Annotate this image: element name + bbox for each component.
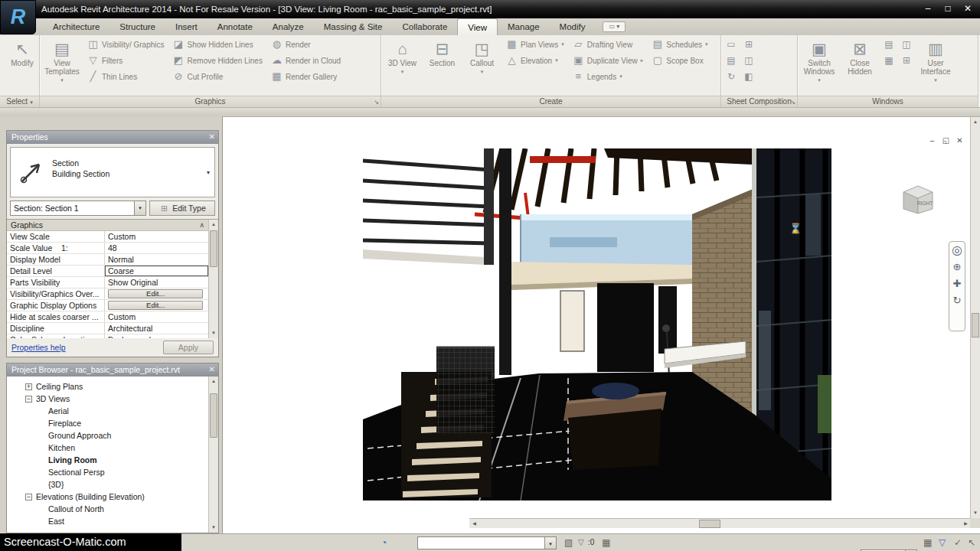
callout-button[interactable]: ◳Callout▾ xyxy=(463,37,501,94)
elevation-button[interactable]: △Elevation▾ xyxy=(503,53,567,68)
close-icon[interactable]: ✕ xyxy=(209,365,215,373)
collapse-chevron-icon[interactable]: ∧ xyxy=(199,220,204,230)
browser-scrollbar[interactable]: ▲ ▼ xyxy=(208,377,218,533)
property-value[interactable]: Custom xyxy=(105,231,208,242)
panel-label-select[interactable]: Select▾ xyxy=(0,96,39,107)
tree-item[interactable]: Sectional Persp xyxy=(7,466,208,478)
remove-hidden-lines-button[interactable]: ◩Remove Hidden Lines xyxy=(170,53,266,68)
scroll-down-icon[interactable]: ▼ xyxy=(971,508,980,518)
tab-modify[interactable]: Modify xyxy=(550,18,596,35)
maximize-button[interactable]: □ xyxy=(939,0,957,18)
tree-item[interactable]: Living Room xyxy=(7,454,208,466)
scroll-up-icon[interactable]: ▲ xyxy=(971,117,980,127)
view-minimize-icon[interactable]: – xyxy=(927,135,937,145)
panel-label-graphics[interactable]: Graphics↘ xyxy=(40,96,381,107)
render-in-cloud-button[interactable]: ☁Render in Cloud xyxy=(268,53,344,68)
scroll-down-icon[interactable]: ▼ xyxy=(209,328,218,338)
orbit-icon[interactable]: ↻ xyxy=(953,295,962,306)
revisions-button[interactable]: ↻ xyxy=(724,69,739,84)
tab-view[interactable]: View xyxy=(457,18,498,35)
view-close-icon[interactable]: ✕ xyxy=(955,135,965,145)
tab-analyze[interactable]: Analyze xyxy=(263,18,314,35)
steering-wheel-icon[interactable]: ◎ xyxy=(952,245,962,256)
property-value[interactable]: Edit... xyxy=(105,289,208,299)
tree-item[interactable]: Aerial xyxy=(7,405,208,417)
exclude-options-icon[interactable]: ▦ xyxy=(923,536,932,549)
selection-filter-icon[interactable]: ▽ xyxy=(939,536,946,549)
section-button[interactable]: ⊟Section xyxy=(423,37,461,94)
property-value[interactable]: Normal xyxy=(105,254,208,265)
project-browser-header[interactable]: Project Browser - rac_basic_sample_proje… xyxy=(7,364,218,377)
property-value[interactable]: Custom xyxy=(105,311,208,322)
view-reference-button[interactable]: ◧ xyxy=(741,69,756,84)
duplicate-view-button[interactable]: ▣Duplicate View▸ xyxy=(570,53,646,68)
tree-item[interactable]: Fireplace xyxy=(7,417,208,429)
dialog-launcher-icon[interactable]: ↘ xyxy=(790,97,795,107)
close-button[interactable]: ✕ xyxy=(959,0,977,18)
edit-button[interactable]: Edit... xyxy=(108,301,203,310)
edit-type-button[interactable]: ⊞ Edit Type xyxy=(149,201,215,216)
zoom-icon[interactable]: ⊕ xyxy=(953,262,962,272)
ribbon-state-toggle[interactable]: ▭ ▾ xyxy=(603,21,626,32)
select-toggle-icon[interactable]: ▦ xyxy=(602,536,610,549)
editable-only-icon[interactable]: ▧ xyxy=(564,536,573,549)
thin-lines-button[interactable]: ╱Thin Lines xyxy=(84,69,168,84)
property-value[interactable]: Edit... xyxy=(105,300,208,311)
tile-button[interactable]: ▦ xyxy=(881,53,897,68)
filters-button[interactable]: ▽Filters xyxy=(84,53,168,68)
close-hidden-button[interactable]: ⊠Close Hidden xyxy=(841,37,879,94)
close-icon[interactable]: ✕ xyxy=(209,132,215,141)
replicate-button[interactable]: ◫ xyxy=(899,37,914,52)
new-window-button[interactable]: ⊞ xyxy=(899,53,914,68)
press-drag-icon[interactable]: ✓ xyxy=(954,536,962,549)
view-restore-icon[interactable]: ◱ xyxy=(941,135,951,145)
tab-insert[interactable]: Insert xyxy=(165,18,207,35)
tab-manage[interactable]: Manage xyxy=(498,18,550,35)
show-hidden-lines-button[interactable]: ◪Show Hidden Lines xyxy=(170,37,266,52)
tree-item[interactable]: +Ceiling Plans xyxy=(7,380,208,393)
property-value[interactable]: Architectural xyxy=(105,323,208,334)
tree-item[interactable]: {3D} xyxy=(7,478,208,491)
render-button[interactable]: ◍Render xyxy=(268,37,344,52)
scroll-thumb[interactable] xyxy=(210,230,217,267)
guide-grid-button[interactable]: ⊞ xyxy=(741,37,756,52)
matchline-button[interactable]: ◫ xyxy=(741,53,756,68)
tree-item[interactable]: −3D Views xyxy=(7,393,208,405)
drafting-view-button[interactable]: ▱Drafting View xyxy=(570,37,646,52)
apply-button[interactable]: Apply xyxy=(163,341,214,354)
living-room-3d-view[interactable] xyxy=(363,148,831,500)
select-cursor-icon[interactable]: ↖ xyxy=(968,536,975,549)
tree-toggle-icon[interactable]: − xyxy=(25,494,32,500)
panel-label-create[interactable]: Create xyxy=(381,96,720,107)
tab-collaborate[interactable]: Collaborate xyxy=(392,18,457,35)
scroll-up-icon[interactable]: ▲ xyxy=(209,220,218,230)
scroll-up-icon[interactable]: ▲ xyxy=(209,377,218,386)
tree-item[interactable]: East xyxy=(7,515,208,527)
filter-icon[interactable]: ▽ xyxy=(578,536,584,549)
dialog-launcher-icon[interactable]: ↘ xyxy=(374,97,379,107)
visibility-graphics-button[interactable]: ◫Visibility/ Graphics xyxy=(84,37,168,52)
panel-label-windows[interactable]: Windows xyxy=(798,96,978,107)
tree-item[interactable]: −Elevations (Building Elevation) xyxy=(7,491,208,503)
chevron-down-icon[interactable]: ▾ xyxy=(134,201,145,215)
cascade-button[interactable]: ▤ xyxy=(881,37,897,52)
new-sheet-button[interactable]: ▭ xyxy=(724,37,739,52)
plan-views-button[interactable]: ▦Plan Views▾ xyxy=(503,37,567,52)
properties-scrollbar[interactable]: ▲ ▼ xyxy=(208,220,218,338)
tree-item[interactable]: Ground Approach xyxy=(7,429,208,442)
properties-help-link[interactable]: Properties help xyxy=(11,343,66,352)
tab-massing-site[interactable]: Massing & Site xyxy=(314,18,393,35)
switch-windows-button[interactable]: ▣Switch Windows▾ xyxy=(800,37,838,94)
property-value[interactable]: Show Original xyxy=(105,277,208,288)
tree-item[interactable]: Kitchen xyxy=(7,442,208,454)
scroll-down-icon[interactable]: ▼ xyxy=(209,523,218,533)
view-templates-button[interactable]: ▤View Templates▾ xyxy=(42,37,82,94)
type-selector[interactable]: Section Building Section ▾ xyxy=(10,147,215,197)
panel-label-sheet-composition[interactable]: Sheet Composition↘ xyxy=(721,96,797,107)
three-d-view-button[interactable]: ⌂3D View▾ xyxy=(384,37,421,94)
group-header-graphics[interactable]: Graphics ∧ xyxy=(7,220,208,231)
tab-annotate[interactable]: Annotate xyxy=(207,18,263,35)
tab-structure[interactable]: Structure xyxy=(109,18,165,35)
property-value[interactable]: 48 xyxy=(105,243,208,253)
property-value[interactable]: Coarse xyxy=(105,266,208,276)
